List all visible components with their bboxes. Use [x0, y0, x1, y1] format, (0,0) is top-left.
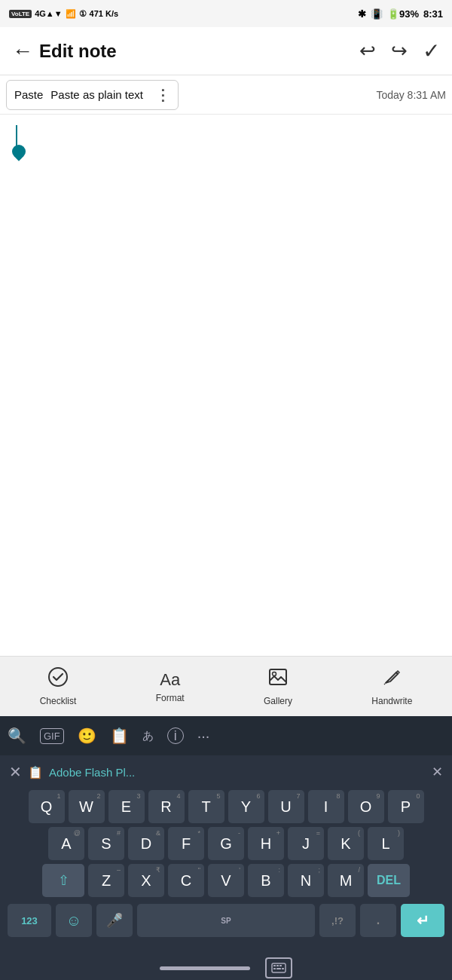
format-icon: Aa [160, 670, 180, 690]
key-j[interactable]: =J [288, 827, 324, 860]
key-y[interactable]: 6Y [228, 790, 264, 823]
key-l[interactable]: )L [368, 827, 404, 860]
qwerty-row: 1Q 2W 3E 4R 5T 6Y 7U 8I 9O 0P [3, 790, 449, 823]
enter-key[interactable]: ↵ [401, 904, 444, 937]
mic-key[interactable]: 🎤 [96, 904, 133, 937]
undo-button[interactable]: ↩ [359, 39, 376, 63]
svg-rect-7 [276, 965, 279, 966]
punct-key[interactable]: ,!? [319, 904, 356, 937]
app-bar-actions: ↩ ↪ ✓ [359, 38, 440, 63]
svg-line-4 [384, 684, 385, 684]
paste-button[interactable]: Paste [14, 88, 43, 101]
svg-rect-1 [270, 669, 286, 684]
key-p[interactable]: 0P [388, 790, 424, 823]
checklist-icon [47, 666, 69, 693]
checklist-label: Checklist [40, 696, 77, 706]
key-q[interactable]: 1Q [29, 790, 65, 823]
vibrate-icon: 📳 [371, 8, 383, 20]
svg-rect-10 [276, 968, 281, 969]
keyboard: 🔍 GIF 🙂 📋 あ i ··· ✕ 📋 Adobe Flash Pl... … [0, 716, 452, 980]
signal-strength: 4G▲▼ [35, 9, 62, 18]
suggestion-collapse-button[interactable]: ✕ [9, 763, 22, 781]
key-e[interactable]: 3E [108, 790, 145, 823]
svg-point-2 [272, 672, 276, 676]
key-w[interactable]: 2W [69, 790, 105, 823]
svg-rect-11 [282, 968, 284, 969]
handwrite-icon [381, 666, 402, 693]
key-k[interactable]: (K [328, 827, 364, 860]
delete-key[interactable]: DEL [368, 864, 410, 897]
key-m[interactable]: /M [328, 864, 364, 897]
key-x[interactable]: ₹X [128, 864, 164, 897]
key-s[interactable]: #S [88, 827, 124, 860]
confirm-button[interactable]: ✓ [423, 38, 440, 63]
back-button[interactable]: ← [12, 39, 33, 63]
shift-key[interactable]: ⇧ [42, 864, 84, 897]
format-button[interactable]: Aa Format [156, 670, 185, 703]
note-timestamp: Today 8:31 AM [376, 89, 446, 101]
handwrite-button[interactable]: Handwrite [371, 666, 412, 706]
key-u[interactable]: 7U [268, 790, 304, 823]
key-g[interactable]: -G [208, 827, 244, 860]
kb-clipboard-icon[interactable]: 📋 [110, 727, 129, 745]
period-key[interactable]: . [360, 904, 396, 937]
text-cursor [12, 125, 21, 155]
svg-rect-9 [273, 968, 276, 969]
editor-bottom-toolbar: Checklist Aa Format Gallery Handwrite [0, 656, 452, 716]
suggestion-dismiss-button[interactable]: ✕ [432, 764, 443, 780]
app-bar: ← Edit note ↩ ↪ ✓ [0, 27, 452, 75]
gallery-label: Gallery [264, 696, 292, 706]
note-editor[interactable] [0, 115, 452, 265]
kb-search-icon[interactable]: 🔍 [8, 727, 26, 745]
kb-info-icon[interactable]: i [167, 727, 184, 744]
paste-as-plain-button[interactable]: Paste as plain text [50, 88, 143, 101]
key-t[interactable]: 5T [188, 790, 224, 823]
kb-translate-icon[interactable]: あ [142, 729, 154, 743]
keyboard-top-row: 🔍 GIF 🙂 📋 あ i ··· [0, 716, 452, 755]
kb-more-icon[interactable]: ··· [197, 727, 210, 745]
keyboard-rows: 1Q 2W 3E 4R 5T 6Y 7U 8I 9O 0P @A #S &D *… [0, 789, 452, 942]
paste-options-container: Paste Paste as plain text ⋮ [6, 80, 179, 110]
key-c[interactable]: "C [168, 864, 204, 897]
clock: 8:31 [423, 8, 443, 20]
format-label: Format [156, 693, 185, 703]
status-left: VoLTE 4G▲▼ 📶 ① 471 K/s [9, 9, 118, 19]
home-bar [0, 956, 452, 980]
key-v[interactable]: 'V [208, 864, 244, 897]
paste-more-button[interactable]: ⋮ [155, 86, 170, 104]
gallery-icon [267, 666, 289, 693]
status-right: ✱ 📳 🔋93% 8:31 [358, 8, 443, 20]
num-key[interactable]: 123 [8, 904, 51, 937]
asdf-row: @A #S &D *F -G +H =J (K )L [3, 827, 449, 860]
clipboard-suggestion-bar: ✕ 📋 Adobe Flash Pl... ✕ [0, 755, 452, 789]
key-n[interactable]: ;N [288, 864, 324, 897]
key-b[interactable]: :B [248, 864, 284, 897]
keyboard-switcher-icon[interactable] [265, 957, 292, 978]
emoji-key[interactable]: ☺ [56, 904, 92, 937]
key-i[interactable]: 8I [308, 790, 344, 823]
redo-button[interactable]: ↪ [391, 39, 408, 63]
key-d[interactable]: &D [128, 827, 164, 860]
data-speed: 471 K/s [90, 9, 119, 18]
zxcv-row: ⇧ –Z ₹X "C 'V :B ;N /M DEL [3, 864, 449, 897]
handwrite-label: Handwrite [371, 696, 412, 706]
kb-sticker-icon[interactable]: 🙂 [78, 727, 96, 745]
svg-point-0 [49, 668, 67, 686]
key-r[interactable]: 4R [148, 790, 185, 823]
space-key[interactable]: SP [137, 904, 315, 937]
paste-toolbar: Paste Paste as plain text ⋮ Today 8:31 A… [0, 75, 452, 115]
gallery-button[interactable]: Gallery [264, 666, 292, 706]
kb-gif-icon[interactable]: GIF [40, 728, 64, 744]
key-f[interactable]: *F [168, 827, 204, 860]
key-a[interactable]: @A [48, 827, 84, 860]
checklist-button[interactable]: Checklist [40, 666, 77, 706]
volte-badge: VoLTE [9, 10, 32, 18]
wifi-icon: 📶 [66, 9, 76, 19]
key-h[interactable]: +H [248, 827, 284, 860]
key-o[interactable]: 9O [348, 790, 384, 823]
clipboard-text[interactable]: Adobe Flash Pl... [49, 766, 426, 779]
key-z[interactable]: –Z [88, 864, 124, 897]
svg-rect-6 [273, 965, 276, 966]
page-title: Edit note [39, 41, 359, 62]
sim-icon: ① [79, 9, 87, 19]
